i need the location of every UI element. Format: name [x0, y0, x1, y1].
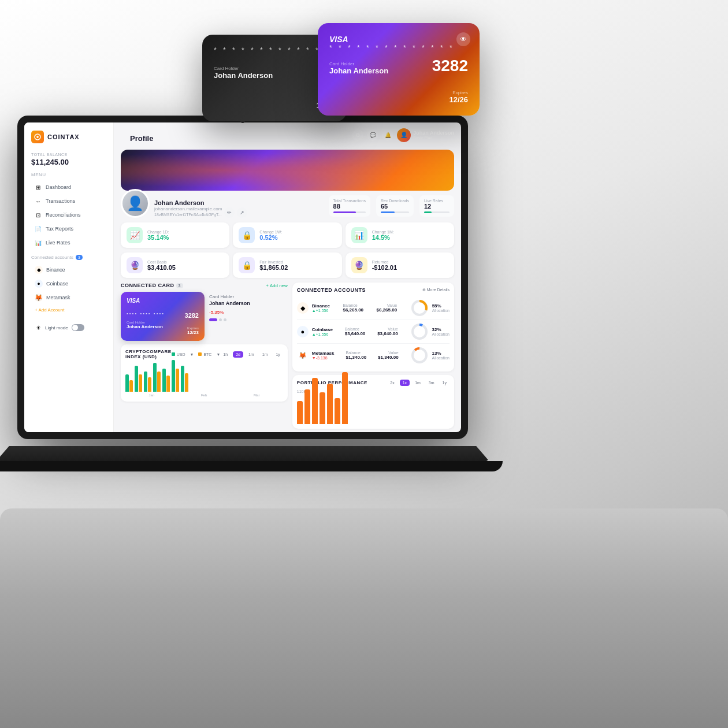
share-icon[interactable]: ↗ — [237, 207, 247, 218]
change-card-1w: 🔒 Change 1W: 0.52% — [233, 222, 341, 248]
menu-reconciliations-label: Reconciliations — [46, 212, 81, 218]
binance-label: Binance — [46, 267, 65, 273]
stat-live-rates: Live Rates 12 — [419, 195, 454, 217]
fair-invested-icon: 🔒 — [239, 257, 255, 273]
svg-point-3 — [413, 325, 426, 339]
purple-card-last4: 3282 — [432, 57, 468, 75]
profile-details: Johan Anderson johananderson.mailexample… — [154, 199, 222, 217]
laptop-base-bottom — [0, 461, 503, 471]
metamask-row: 🦊 Metamask ▼-3.138 Balance $1,340.00 — [297, 344, 450, 367]
coinbase-allocation: 32% Allocation — [410, 322, 450, 341]
laptop-bezel: COINTAX TOTAL BALANCE $11,245.00 Menu ⊞ … — [17, 116, 468, 439]
tax-reports-icon: 📄 — [35, 225, 42, 232]
connected-accounts-table: CONNECTED ACCOUNTS ⊕ More Details ◆ Bina… — [292, 283, 454, 372]
main-content: Profile ⚙ 💬 🔔 👤 Johan Anderson Basic Pla… — [114, 122, 461, 432]
change-card-1m: 📊 Change 1M: 14.5% — [346, 222, 454, 248]
stat-total-tx: Total Transactions 88 — [329, 195, 370, 217]
menu-reconciliations[interactable]: ⊡ Reconciliations — [31, 209, 106, 221]
returned-card: 🔮 Returned -$102.01 — [346, 252, 454, 278]
binance-icon: ◆ — [35, 266, 43, 274]
add-account-link[interactable]: + Add Account — [31, 305, 106, 315]
cost-cards-row: 🔮 Cost Basis $3,410.05 🔒 Fair Invested $… — [114, 252, 461, 278]
menu-dashboard-label: Dashboard — [46, 184, 71, 190]
edit-icon[interactable]: ✏ — [224, 207, 235, 218]
profile-banner — [121, 150, 454, 191]
panel-right: CONNECTED ACCOUNTS ⊕ More Details ◆ Bina… — [292, 283, 454, 432]
more-details-link[interactable]: ⊕ More Details — [422, 288, 450, 292]
change-cards-row: 📈 Change 1D: 35.14% 🔒 Change 1W: 0.52% — [114, 222, 461, 248]
notification-icon[interactable]: 🔔 — [382, 129, 393, 141]
card-pagination — [209, 318, 250, 321]
total-balance-value: $11,245.00 — [31, 158, 106, 166]
transactions-icon: ↔ — [35, 198, 42, 205]
binance-row: ◆ Binance ▲+1.556 Balance $6,265.00 — [297, 296, 450, 320]
floating-card-purple: VISA 👁 * * * * * * * * * * * * * * Card … — [318, 23, 480, 116]
purple-card-network: VISA — [329, 35, 348, 44]
coinbase-row: ● Coinbase ▲+1.556 Balance $3,640.00 — [297, 320, 450, 344]
menu-tax-reports-label: Tax Reports — [46, 226, 73, 232]
menu-label: Menu — [31, 172, 106, 177]
bar-chart — [125, 363, 283, 392]
menu-dashboard[interactable]: ⊞ Dashboard — [31, 181, 106, 194]
light-mode-label: Light mode — [45, 325, 68, 330]
portfolio-bar-chart — [297, 395, 450, 424]
message-icon[interactable]: 💬 — [367, 129, 378, 141]
cost-basis-icon: 🔮 — [127, 257, 143, 273]
menu-tax-reports[interactable]: 📄 Tax Reports — [31, 222, 106, 235]
portfolio-chart: PORTFOLIO PERFORMANCE 2x 1x 1m 3m 1y 110… — [292, 375, 454, 429]
dark-card-holder-label: Card Holder — [214, 66, 335, 71]
metamask-allocation: 13% Allocation — [410, 346, 450, 365]
credit-card-mini: VISA •••• •••• •••• 3282 Card Holder Joh… — [121, 292, 205, 341]
change-1w-icon: 🔒 — [239, 227, 255, 243]
account-metamask[interactable]: 🦊 Metamask — [31, 291, 106, 304]
user-plan-header: Basic Plan — [413, 136, 454, 140]
card-expires: Expires 12/23 — [187, 326, 199, 335]
stat-rec-dl: Rec Downloads 65 — [376, 195, 414, 217]
portfolio-time-filters: 2x 1x 1m 3m 1y — [387, 380, 450, 386]
logo-text: COINTAX — [47, 133, 80, 140]
user-name-header: Johan Anderson — [413, 130, 454, 136]
metamask-icon: 🦊 — [35, 294, 43, 302]
settings-icon[interactable]: ⚙ — [352, 129, 363, 141]
profile-name: Johan Anderson — [154, 199, 222, 206]
connected-badge: 3 — [76, 255, 83, 260]
coinbase-icon: ● — [35, 280, 43, 288]
add-new-card[interactable]: + Add new — [266, 283, 288, 288]
light-mode-toggle-area: ☀ Light mode — [31, 322, 106, 333]
menu-live-rates[interactable]: 📊 Live Rates — [31, 236, 106, 249]
menu-transactions[interactable]: ↔ Transactions — [31, 195, 106, 207]
connected-card-section: CONNECTED CARD 3 + Add new VISA •••• •••… — [121, 283, 288, 341]
sidebar: COINTAX TOTAL BALANCE $11,245.00 Menu ⊞ … — [24, 122, 114, 432]
dark-card-dots: * * * * * * * * * * * * * — [214, 46, 335, 54]
dark-card-holder-name: Johan Anderson — [214, 71, 335, 80]
panel-left: CONNECTED CARD 3 + Add new VISA •••• •••… — [121, 283, 288, 432]
crypto-chart: CRYPTOCOMPARE INDEX (USD) USD ▼ — [121, 344, 288, 402]
metamask-logo: 🦊 — [297, 350, 309, 361]
profile-email: johananderson.mailexample.com — [154, 206, 222, 211]
account-binance[interactable]: ◆ Binance — [31, 263, 106, 276]
purple-card-holder-label: Card Holder — [329, 61, 388, 66]
chart-time-filters: 1h 2d 1m 1m 1y — [220, 351, 283, 358]
profile-info-row: 👤 Johan Anderson johananderson.mailexamp… — [114, 195, 461, 218]
eye-icon: 👁 — [456, 32, 470, 46]
connected-accounts-title: CONNECTED ACCOUNTS — [297, 287, 366, 293]
profile-actions: ✏ ↗ — [224, 207, 247, 218]
card-network: VISA — [127, 298, 199, 304]
user-avatar: 👤 — [397, 128, 411, 142]
light-mode-toggle[interactable] — [72, 324, 84, 331]
profile-address: 18vBMSEYx1ert1TFnSAu4bAGFgT... — [154, 213, 222, 217]
purple-card-holder-name: Johan Anderson — [329, 66, 388, 75]
connected-label: Connected accounts 3 — [31, 255, 106, 260]
change-1d-icon: 📈 — [127, 227, 143, 243]
page-title: Profile — [121, 127, 162, 143]
coinbase-logo: ● — [297, 326, 309, 337]
crypto-chart-title: CRYPTOCOMPARE INDEX (USD) — [125, 349, 172, 359]
purple-card-expires: Expires 12/26 — [449, 90, 468, 104]
profile-avatar: 👤 — [121, 189, 150, 218]
connected-card-header: CONNECTED CARD 3 + Add new — [121, 283, 288, 288]
logo-area: COINTAX — [31, 131, 106, 143]
cost-basis-card: 🔮 Cost Basis $3,410.05 — [121, 252, 229, 278]
fair-invested-card: 🔒 Fair Invested $1,865.02 — [233, 252, 341, 278]
menu-transactions-label: Transactions — [46, 198, 75, 204]
account-coinbase[interactable]: ● Coinbase — [31, 277, 106, 290]
